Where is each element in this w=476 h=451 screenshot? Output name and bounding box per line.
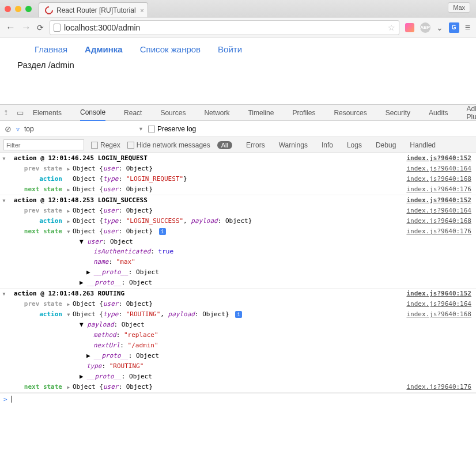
regex-checkbox[interactable]: Regex	[91, 141, 120, 149]
log-line[interactable]: ▶ __proto__: Object	[0, 351, 476, 361]
devtools-tab[interactable]: Console	[80, 105, 105, 121]
log-line[interactable]: type: "ROUTING"	[0, 361, 476, 372]
log-level-filter[interactable]: Errors	[246, 141, 265, 149]
devtools-tab[interactable]: Profiles	[292, 105, 315, 120]
log-line[interactable]: ▶ __proto__: Object	[0, 267, 476, 278]
clear-console-icon[interactable]: ⊘	[5, 124, 12, 134]
nav-link[interactable]: Список жанров	[140, 44, 201, 54]
log-line[interactable]: actionObject {type: "LOGIN_SUCCESS", pay…	[0, 216, 476, 226]
log-line[interactable]: prev stateObject {user: Object}index.js?…	[0, 164, 476, 174]
log-group-header[interactable]: action @ 12:01:48.253 LOGIN_SUCCESSindex…	[0, 195, 476, 206]
close-tab-icon[interactable]: ×	[140, 7, 143, 14]
log-line[interactable]: next stateObject {user: Object}index.js?…	[0, 184, 476, 195]
source-link[interactable]: index.js?9640:152	[406, 154, 471, 163]
preserve-log-checkbox[interactable]: Preserve log	[148, 125, 196, 133]
forward-icon: →	[21, 22, 31, 33]
log-level-filter[interactable]: All	[217, 141, 232, 149]
log-line[interactable]: ▶ __proto__: Object	[0, 372, 476, 382]
hide-network-checkbox[interactable]: Hide network messages	[127, 141, 210, 149]
log-line[interactable]: method: "replace"	[0, 330, 476, 340]
log-level-filter[interactable]: Logs	[347, 141, 362, 149]
source-link[interactable]: index.js?9640:168	[406, 175, 471, 184]
console-prompt[interactable]: >	[0, 393, 476, 405]
source-link[interactable]: index.js?9640:176	[406, 227, 471, 236]
devtools-tab[interactable]: Elements	[33, 105, 62, 120]
nav-link[interactable]: Войти	[218, 44, 242, 54]
site-info-icon[interactable]	[54, 24, 61, 32]
log-line[interactable]: next stateObject {user: Object}index.js?…	[0, 382, 476, 392]
log-group-header[interactable]: action @ 12:01:46.245 LOGIN_REQUESTindex…	[0, 153, 476, 164]
log-line[interactable]: ▶ __proto__: Object	[0, 278, 476, 288]
log-level-filter[interactable]: Warnings	[279, 141, 308, 149]
pocket-icon[interactable]: ⌄	[436, 23, 443, 32]
source-link[interactable]: index.js?9640:164	[406, 164, 471, 173]
minimize-window-icon[interactable]	[15, 6, 21, 12]
log-line[interactable]: name: "max"	[0, 257, 476, 267]
nav-link[interactable]: Админка	[85, 44, 123, 54]
devtools-tab[interactable]: Audits	[429, 105, 448, 120]
dropdown-icon[interactable]: ▼	[138, 126, 143, 132]
log-line[interactable]: prev stateObject {user: Object}index.js?…	[0, 299, 476, 309]
menu-icon[interactable]: ≡	[465, 22, 470, 33]
devtools-tab[interactable]: Sources	[160, 105, 186, 120]
devtools-tab[interactable]: Adblock Plus	[466, 101, 476, 124]
profile-badge[interactable]: Max	[448, 2, 470, 13]
filter-input[interactable]	[3, 139, 84, 150]
abp-icon[interactable]: ABP	[420, 22, 430, 33]
page-content: ГлавнаяАдминкаСписок жанровВойти Раздел …	[0, 37, 476, 104]
context-selector[interactable]: top	[24, 125, 88, 133]
close-window-icon[interactable]	[5, 6, 11, 12]
console-filter-bar: Regex Hide network messages AllErrorsWar…	[0, 137, 476, 153]
log-line[interactable]: actionObject {type: "ROUTING", payload: …	[0, 309, 476, 320]
back-icon[interactable]: ←	[6, 22, 16, 33]
extension-icons: ABP ⌄ G ≡	[405, 22, 470, 33]
source-link[interactable]: index.js?9640:152	[406, 289, 471, 298]
source-link[interactable]: index.js?9640:176	[406, 382, 471, 392]
translate-icon[interactable]: G	[449, 22, 459, 33]
log-line[interactable]: ▼ user: Object	[0, 237, 476, 247]
log-line[interactable]: isAuthenticated: true	[0, 247, 476, 257]
browser-tab[interactable]: React Router [RU]Tutorial ×	[39, 2, 148, 17]
log-line[interactable]: ▼ payload: Object	[0, 320, 476, 330]
source-link[interactable]: index.js?9640:164	[406, 206, 471, 215]
window-controls[interactable]	[5, 6, 32, 12]
source-link[interactable]: index.js?9640:176	[406, 185, 471, 194]
devtools-tab[interactable]: Security	[386, 105, 410, 120]
log-level-filter[interactable]: Info	[322, 141, 333, 149]
console-output: action @ 12:01:46.245 LOGIN_REQUESTindex…	[0, 153, 476, 393]
reload-icon[interactable]: ⟳	[37, 23, 44, 32]
nav-link[interactable]: Главная	[35, 44, 67, 54]
address-bar[interactable]: localhost:3000/admin ☆	[50, 20, 399, 35]
source-link[interactable]: index.js?9640:164	[406, 300, 471, 309]
maximize-window-icon[interactable]	[25, 6, 32, 12]
devtools-tab[interactable]: Timeline	[248, 105, 274, 120]
devtools-tabs: ⟟ ▭ ElementsConsoleReactSourcesNetworkTi…	[0, 105, 476, 121]
log-line[interactable]: nextUrl: "/admin"	[0, 340, 476, 351]
toolbar: ← → ⟳ localhost:3000/admin ☆ ABP ⌄ G ≡	[0, 17, 476, 37]
source-link[interactable]: index.js?9640:152	[406, 196, 471, 205]
source-link[interactable]: index.js?9640:168	[406, 310, 471, 319]
tab-bar: React Router [RU]Tutorial × Max	[0, 0, 476, 17]
source-link[interactable]: index.js?9640:168	[406, 217, 471, 226]
devtools-tab[interactable]: React	[124, 105, 142, 120]
log-group-header[interactable]: action @ 12:01:48.263 ROUTINGindex.js?96…	[0, 289, 476, 299]
log-line[interactable]: next stateObject {user: Object} iindex.j…	[0, 226, 476, 237]
inspect-icon[interactable]: ⟟	[5, 108, 7, 118]
url-host: localhost	[64, 23, 96, 32]
device-mode-icon[interactable]: ▭	[17, 108, 24, 117]
page-body: Раздел /admin	[17, 60, 459, 104]
browser-chrome: React Router [RU]Tutorial × Max ← → ⟳ lo…	[0, 0, 476, 37]
devtools-tab[interactable]: Resources	[334, 105, 367, 120]
nav-arrows: ← →	[6, 22, 31, 33]
bookmark-icon[interactable]: ☆	[388, 23, 395, 32]
extension-icon[interactable]	[405, 23, 414, 32]
log-level-filter[interactable]: Handled	[410, 141, 436, 149]
log-line[interactable]: prev stateObject {user: Object}index.js?…	[0, 206, 476, 216]
filter-icon[interactable]: ▿	[16, 125, 20, 133]
log-level-filter[interactable]: Debug	[376, 141, 396, 149]
log-line[interactable]: actionObject {type: "LOGIN_REQUEST"}inde…	[0, 174, 476, 184]
site-nav: ГлавнаяАдминкаСписок жанровВойти	[17, 44, 459, 60]
devtools-tab[interactable]: Network	[204, 105, 229, 120]
url-path: :3000/admin	[96, 23, 140, 32]
devtools-panel: ⟟ ▭ ElementsConsoleReactSourcesNetworkTi…	[0, 104, 476, 405]
